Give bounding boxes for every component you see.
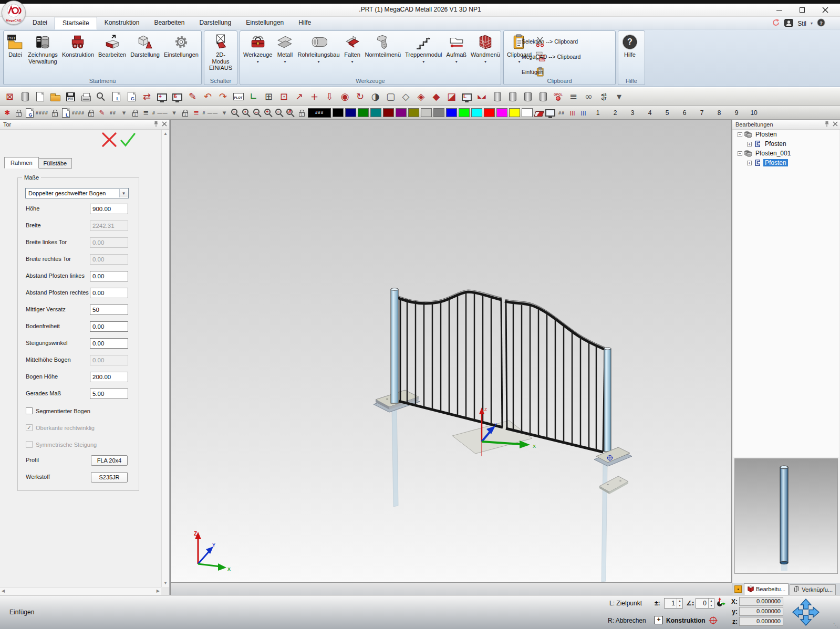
view-shaded[interactable]: ◆ <box>429 90 443 104</box>
tree-item-pfosten_001-2[interactable]: −Pfosten_001 <box>733 149 839 158</box>
view-number-9[interactable]: 9 <box>729 109 744 117</box>
tree-item-pfosten-3[interactable]: +Pfosten <box>733 158 839 167</box>
viewport-window[interactable] <box>460 90 474 104</box>
resize-grip[interactable]: ⋱ <box>833 622 838 628</box>
view-wireframe[interactable]: ▢ <box>383 90 398 104</box>
color-swatch-13[interactable] <box>496 108 507 117</box>
spinner-up-icon[interactable]: ▲ <box>709 599 714 603</box>
color-swatch-7[interactable] <box>421 108 432 117</box>
tree-expander-icon[interactable]: + <box>747 142 752 146</box>
zoom-reduce[interactable] <box>275 108 284 118</box>
view-number-7[interactable]: 7 <box>694 109 710 117</box>
lock-linetype[interactable] <box>181 108 190 118</box>
user-icon[interactable] <box>784 19 793 28</box>
redraw[interactable]: ✱ <box>3 108 12 118</box>
field-input-höhe[interactable] <box>90 204 128 214</box>
vertical-scrollbar[interactable]: ▲ ▼ <box>161 130 169 587</box>
view-number-5[interactable]: 5 <box>659 109 675 117</box>
werkstoff-button[interactable]: S235JR <box>91 472 128 483</box>
panel-tab-bearbeitu-[interactable]: Bearbeitu... <box>744 583 789 595</box>
pen-width[interactable]: ## <box>108 108 118 118</box>
target-icon[interactable] <box>709 616 718 626</box>
color-swatch-11[interactable] <box>471 108 482 117</box>
group-doc[interactable] <box>25 108 34 118</box>
spinner-down-icon[interactable]: ▼ <box>677 603 682 608</box>
ribbon-button-megacad-clipboard[interactable]: MMegaCAD --> Clipboard <box>534 49 547 64</box>
pan-arrows-pad[interactable] <box>791 599 821 627</box>
panel-options-button[interactable] <box>734 585 742 593</box>
ribbon-button-normteilmenü[interactable]: Normteilmenü <box>363 33 403 59</box>
profil-button[interactable]: FLA 20x4 <box>91 455 128 466</box>
material-library[interactable]: ◣◢ <box>475 90 489 104</box>
linetype-arrow[interactable]: ▾ <box>220 108 229 118</box>
structure-browser[interactable]: ≡ <box>566 90 580 104</box>
pin-icon[interactable] <box>153 121 159 127</box>
view-number-6[interactable]: 6 <box>677 109 692 117</box>
color-swatch-8[interactable] <box>433 108 444 117</box>
panel-tab-verknüpfu-[interactable]: Verknüpfu... <box>790 584 836 595</box>
scroll-down-icon[interactable]: ▼ <box>162 581 169 585</box>
viewport-3d[interactable]: Z Y X Z Y X <box>170 120 732 583</box>
current-color-swatch[interactable]: ### <box>308 108 331 118</box>
plot[interactable]: PLOT <box>231 90 245 104</box>
view-isometric[interactable]: ◇ <box>399 90 413 104</box>
ribbon-button-hilfe[interactable]: ?Hilfe <box>619 33 640 59</box>
color-swatch-1[interactable] <box>345 108 356 117</box>
field-input-bodenfreiheit[interactable] <box>90 321 128 332</box>
color-swatch-6[interactable] <box>408 108 419 117</box>
view-hidden-lines[interactable]: ◈ <box>414 90 428 104</box>
construction-mode-icon[interactable]: + <box>655 616 663 624</box>
minimize-button[interactable] <box>768 4 791 16</box>
attachment-links[interactable]: ∞ <box>582 90 596 104</box>
pen-style[interactable]: ✎ <box>97 108 107 118</box>
orbit-view[interactable]: ◑ <box>368 90 382 104</box>
pen-width-arrow[interactable]: ▾ <box>119 108 129 118</box>
coord-x-value[interactable]: 0.000000 <box>739 597 783 606</box>
ribbon-button-zeichnungs[interactable]: Zeichnungs Verwaltung <box>26 33 60 65</box>
view-number-1[interactable]: 1 <box>590 109 606 117</box>
menu-tab-datei[interactable]: Datei <box>25 17 55 29</box>
scroll-up-icon[interactable]: ▲ <box>162 131 169 136</box>
field-input-bogen-höhe[interactable] <box>90 372 128 382</box>
menu-tab-bearbeiten[interactable]: Bearbeiten <box>147 17 192 29</box>
maximize-button[interactable] <box>791 4 814 16</box>
cylinder-solid[interactable] <box>521 90 535 104</box>
opengl-render[interactable]: OPGL <box>551 90 565 104</box>
move-elements[interactable]: + <box>307 90 322 104</box>
scroll-left-icon[interactable]: ◀ <box>2 589 5 593</box>
color-swatch-14[interactable] <box>509 108 520 117</box>
lineweight-style[interactable]: # —— <box>152 108 168 118</box>
field-input-abstand-pfosten-linkes[interactable] <box>90 271 128 281</box>
cylinder-grid[interactable] <box>490 90 504 104</box>
eraser[interactable] <box>534 108 544 118</box>
lineweight[interactable]: ≡ <box>141 108 151 118</box>
tree-expander-icon[interactable]: − <box>738 151 742 156</box>
delete-freehand[interactable]: ✎ <box>185 90 200 104</box>
menu-tab-einstellungen[interactable]: Einstellungen <box>238 17 291 29</box>
color-bar-list[interactable]: ||| <box>568 108 577 118</box>
zoom-screen[interactable] <box>155 90 169 104</box>
snap-spinner[interactable]: 1 ▲▼ <box>664 598 683 609</box>
ribbon-button-bearbeiten[interactable]: Bearbeiten <box>96 33 128 59</box>
view-number-8[interactable]: 8 <box>711 109 727 117</box>
panel-close-icon[interactable] <box>833 121 838 127</box>
lock-pens[interactable] <box>86 108 96 118</box>
color-count[interactable]: ## <box>557 108 566 118</box>
drawing-database[interactable] <box>18 90 32 104</box>
color-swatch-5[interactable] <box>396 108 407 117</box>
tree-item-pfosten-1[interactable]: +Pfosten <box>733 139 839 149</box>
coord-z-value[interactable]: 0.000000 <box>739 617 783 626</box>
ok-button[interactable] <box>119 131 136 148</box>
ribbon-button-werkzeuge[interactable]: Werkzeuge▾ <box>241 33 274 65</box>
angle-spinner[interactable]: 0 ▲▼ <box>696 598 714 609</box>
print[interactable] <box>79 90 93 104</box>
checkbox-segmentierter-bogen[interactable] <box>26 407 33 414</box>
text-scale[interactable]: a|3 c|7 <box>597 90 611 104</box>
view-number-2[interactable]: 2 <box>607 109 623 117</box>
ribbon-button-wandmenü[interactable]: Wandmenü▾ <box>469 33 502 65</box>
view-number-10[interactable]: 10 <box>746 109 762 117</box>
ribbon-button-metall[interactable]: Metall▾ <box>274 33 295 65</box>
open-document[interactable] <box>48 90 63 104</box>
field-input-mittiger-versatz[interactable] <box>90 305 128 315</box>
ribbon-button-2d-modus[interactable]: 2D-Modus EIN/AUS <box>205 33 236 72</box>
